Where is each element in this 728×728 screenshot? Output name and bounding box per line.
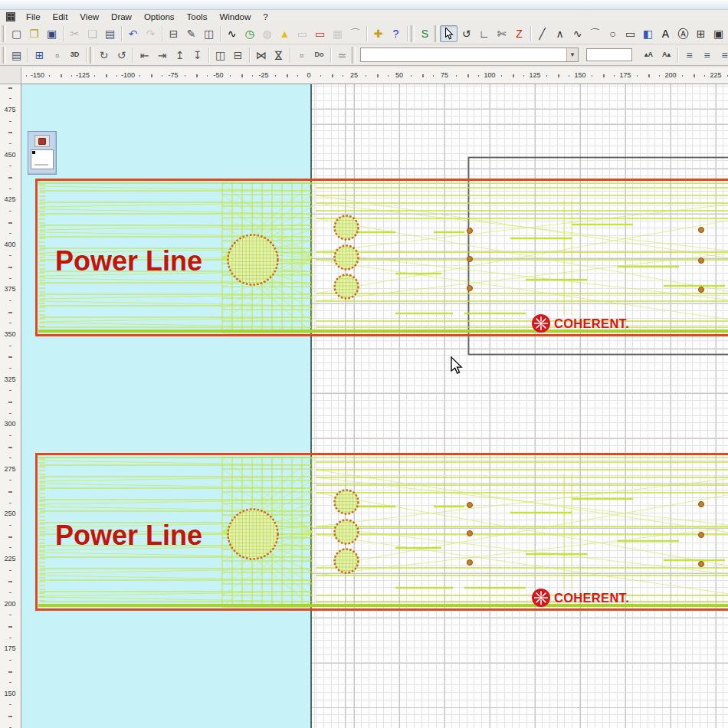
table-tool-button[interactable]: ⊞ xyxy=(692,25,710,42)
quad-view-button[interactable]: ⊞ xyxy=(31,47,48,64)
menu-view[interactable]: View xyxy=(74,11,105,22)
run-button[interactable]: ◷ xyxy=(241,25,258,42)
ruler-tick xyxy=(343,75,343,77)
mark-frame-button[interactable]: ▭ xyxy=(311,25,329,42)
print-preview-button[interactable]: ◫ xyxy=(200,25,218,42)
plate-design[interactable]: Power LineCOHERENT. xyxy=(37,180,728,336)
ruler-tick xyxy=(558,74,559,77)
dimension-icon: Do xyxy=(315,51,324,58)
align-text-right-button[interactable]: ≡ xyxy=(716,47,728,64)
open-file-button[interactable]: ❐ xyxy=(25,25,43,42)
text-arc-tool-button[interactable]: Ⓐ xyxy=(674,25,692,42)
marquee-button[interactable]: ▫ xyxy=(293,47,310,64)
curve-tool-button[interactable]: ∿ xyxy=(569,25,586,42)
same-height-button[interactable]: ⊟ xyxy=(229,47,247,64)
select-tool-button[interactable] xyxy=(440,25,457,42)
text-tool-button[interactable]: A xyxy=(657,25,674,42)
hatch-style-button[interactable]: ▤ xyxy=(8,47,25,64)
redo-button[interactable]: ↷ xyxy=(142,25,159,42)
marker-view-button[interactable]: ▫ xyxy=(48,47,66,64)
align-right-button[interactable]: ⇥ xyxy=(153,47,171,64)
print-setup-button[interactable]: ✎ xyxy=(182,25,200,42)
undo-button[interactable]: ↶ xyxy=(124,25,142,42)
zigzag-tool-button[interactable]: Z xyxy=(510,25,528,42)
minimized-window-button[interactable] xyxy=(34,135,50,147)
align-text-center-button[interactable]: ≡ xyxy=(698,47,716,64)
combo-dropdown-arrow-icon[interactable]: ▼ xyxy=(566,48,578,61)
ruler-tick xyxy=(9,525,11,526)
ruler-tick xyxy=(9,390,11,391)
same-width-button[interactable]: ◫ xyxy=(212,47,229,64)
menu-draw[interactable]: Draw xyxy=(105,11,138,22)
key-button[interactable]: ✚ xyxy=(369,25,387,42)
node-edit-button[interactable]: ∟ xyxy=(475,25,493,42)
fill-tool-button[interactable]: ◧ xyxy=(639,25,657,42)
weld-button[interactable]: ≃ xyxy=(333,47,351,64)
menu-edit[interactable]: Edit xyxy=(47,11,74,22)
cut-button[interactable]: ✂ xyxy=(66,25,84,42)
snap-mode-button[interactable]: S xyxy=(416,25,434,42)
view-3d-button[interactable]: 3D xyxy=(66,47,84,64)
menubar-items: FileEditViewDrawOptionsToolsWindow? xyxy=(20,12,274,21)
globe-button[interactable]: ◍ xyxy=(258,25,276,42)
ruler-tick xyxy=(637,75,638,77)
toolbar-grip[interactable] xyxy=(434,25,438,42)
frame-tool-button[interactable]: ▣ xyxy=(710,25,727,42)
flip-horizontal-button[interactable]: ⋈ xyxy=(252,47,270,64)
cut-path-button[interactable]: ✄ xyxy=(493,25,510,42)
line-tool-button[interactable]: ╱ xyxy=(533,25,551,42)
small-arc-button[interactable]: ⌒ xyxy=(346,25,364,42)
plot-mode-button[interactable]: ∿ xyxy=(223,25,241,42)
align-top-button[interactable]: ↥ xyxy=(171,47,189,64)
font-family-select[interactable]: ▼ xyxy=(360,48,579,62)
menu-help[interactable]: ? xyxy=(257,11,274,22)
drum-icon: ▭ xyxy=(297,28,307,39)
warning-button[interactable]: ▲ xyxy=(276,25,293,42)
menu-file[interactable]: File xyxy=(20,11,47,22)
toolbar-grip[interactable] xyxy=(2,25,6,42)
bitmap-icon: ▦ xyxy=(333,28,343,39)
ellipse-tool-button[interactable]: ○ xyxy=(604,25,621,42)
arc-tool-icon: ⌒ xyxy=(590,28,601,39)
plate-design[interactable]: Power LineCOHERENT. xyxy=(37,454,728,610)
rectangle-tool-button[interactable]: ▭ xyxy=(621,25,639,42)
drawing-canvas[interactable]: Power LineCOHERENT.Power LineCOHERENT. xyxy=(21,84,728,728)
align-text-left-button[interactable]: ≡ xyxy=(680,47,698,64)
save-button[interactable]: ▣ xyxy=(43,25,61,42)
copy-button[interactable]: ❑ xyxy=(84,25,101,42)
rotate-tool-button[interactable]: ↺ xyxy=(457,25,475,42)
dimension-button[interactable]: Do xyxy=(310,47,328,64)
toolbar-grip[interactable] xyxy=(89,47,93,64)
toolbar-grip[interactable] xyxy=(410,25,415,42)
align-bottom-button[interactable]: ↧ xyxy=(189,47,206,64)
minimized-document-window[interactable] xyxy=(28,131,57,175)
toolbar-grip[interactable] xyxy=(2,47,6,64)
font-size-input[interactable] xyxy=(586,48,632,61)
text-larger-button[interactable]: A▴ xyxy=(657,47,675,64)
arc-tool-button[interactable]: ⌒ xyxy=(586,25,604,42)
new-document-icon: ▢ xyxy=(11,28,21,39)
toolbar-separator xyxy=(675,47,680,64)
fill-tool-icon: ◧ xyxy=(643,28,653,39)
flip-vertical-button[interactable]: ⋈ xyxy=(270,47,287,64)
rotate-selection-cw-button[interactable]: ↻ xyxy=(95,47,113,64)
align-left-icon: ⇤ xyxy=(140,50,149,61)
node-edit-icon: ∟ xyxy=(479,28,490,39)
polyline-tool-button[interactable]: ∧ xyxy=(551,25,569,42)
text-smaller-button[interactable]: ▴A xyxy=(640,47,657,64)
toolbar-separator xyxy=(405,25,410,42)
drum-button[interactable]: ▭ xyxy=(293,25,311,42)
context-help-button[interactable]: ? xyxy=(387,25,405,42)
print-button[interactable]: ⊟ xyxy=(165,25,182,42)
design-objects-layer[interactable]: Power LineCOHERENT.Power LineCOHERENT. xyxy=(21,84,728,728)
app-icon[interactable] xyxy=(6,12,15,21)
toolbar-grip[interactable] xyxy=(351,47,356,64)
align-left-button[interactable]: ⇤ xyxy=(136,47,153,64)
bitmap-button[interactable]: ▦ xyxy=(329,25,346,42)
menu-window[interactable]: Window xyxy=(213,11,257,22)
new-document-button[interactable]: ▢ xyxy=(8,25,25,42)
paste-button[interactable]: ▤ xyxy=(101,25,119,42)
rotate-selection-ccw-button[interactable]: ↺ xyxy=(113,47,130,64)
menu-options[interactable]: Options xyxy=(138,11,181,22)
menu-tools[interactable]: Tools xyxy=(181,11,214,22)
